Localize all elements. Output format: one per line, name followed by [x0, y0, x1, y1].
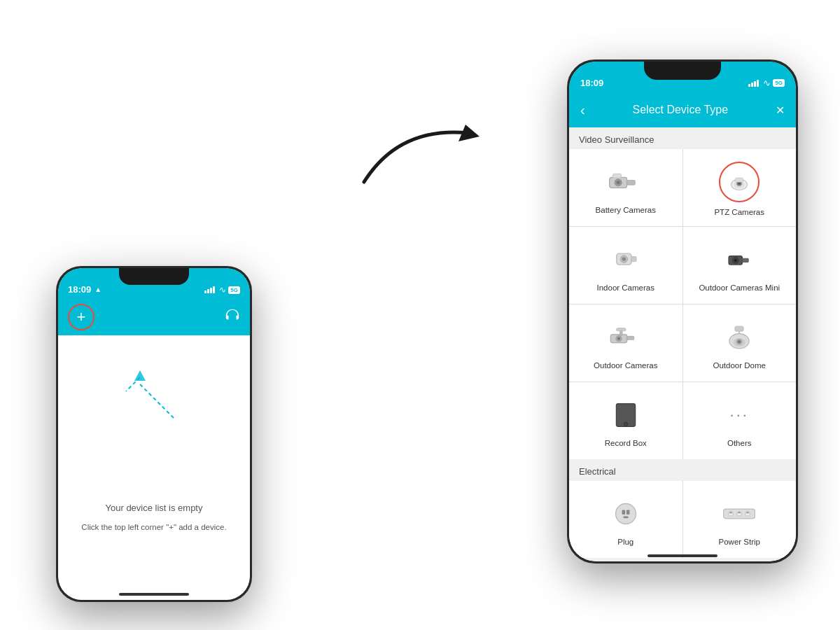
- others-label: Others: [727, 439, 752, 447]
- record-box-icon-wrap: [608, 397, 644, 433]
- record-box-label: Record Box: [605, 439, 647, 447]
- svg-rect-23: [626, 336, 634, 340]
- battery-cameras-label: Battery Cameras: [596, 206, 656, 214]
- ptz-cameras-label: PTZ Cameras: [714, 208, 764, 216]
- svg-rect-6: [612, 174, 621, 178]
- svg-rect-42: [738, 512, 741, 513]
- ptz-camera-icon-wrap: [719, 162, 760, 202]
- svg-rect-5: [626, 181, 635, 186]
- svg-point-18: [734, 259, 737, 262]
- right-5g-badge: 5G: [773, 79, 785, 87]
- dashed-arrow: [119, 363, 189, 429]
- arrow-indicator: [343, 112, 497, 196]
- left-content-area: Your device list is empty Click the top …: [58, 335, 250, 600]
- svg-rect-44: [747, 512, 749, 513]
- power-strip-label: Power Strip: [719, 538, 760, 546]
- right-phone-notch: [644, 62, 721, 80]
- 5g-badge: 5G: [228, 286, 240, 294]
- svg-point-22: [617, 337, 620, 340]
- home-indicator: [119, 593, 189, 596]
- svg-point-31: [738, 340, 741, 343]
- device-grid: Battery Cameras PTZ Came: [569, 149, 796, 459]
- empty-list-text: Your device list is empty: [106, 503, 203, 513]
- record-box-cell[interactable]: Record Box: [569, 382, 682, 459]
- svg-point-4: [616, 181, 620, 184]
- support-icon[interactable]: [225, 308, 240, 327]
- svg-rect-15: [631, 257, 636, 262]
- outdoor-camera-icon-wrap: [608, 319, 644, 356]
- wifi-icon: ∿: [219, 285, 226, 295]
- add-device-button[interactable]: +: [68, 304, 94, 330]
- svg-point-33: [624, 422, 627, 426]
- svg-rect-26: [735, 326, 743, 331]
- phone-left: 18:09 ▲ ∿ 5G +: [56, 266, 252, 602]
- close-button[interactable]: ✕: [776, 104, 785, 117]
- signal-bars: [204, 286, 215, 293]
- phone-right: 18:09 ∿ 5G ‹ Select Device Type ✕ Video …: [567, 59, 798, 564]
- right-content: Video Surveillance Battery: [569, 127, 796, 561]
- svg-rect-37: [623, 517, 628, 519]
- power-strip-cell[interactable]: Power Strip: [683, 481, 797, 558]
- battery-camera-icon-wrap: [608, 164, 644, 200]
- svg-rect-35: [622, 510, 625, 514]
- plug-label: Plug: [617, 538, 634, 546]
- power-strip-icon-wrap: [721, 496, 757, 532]
- ptz-cameras-cell[interactable]: PTZ Cameras: [683, 149, 797, 226]
- battery-cameras-cell[interactable]: Battery Cameras: [569, 149, 682, 226]
- right-phone-screen: 18:09 ∿ 5G ‹ Select Device Type ✕ Video …: [569, 62, 796, 561]
- right-time: 18:09: [580, 78, 603, 88]
- left-time: 18:09 ▲: [68, 284, 102, 295]
- back-button[interactable]: ‹: [580, 102, 585, 118]
- plug-cell[interactable]: Plug: [569, 481, 682, 558]
- others-icon-wrap: ···: [721, 397, 757, 433]
- empty-list-subtext: Click the top left corner "+" add a devi…: [81, 522, 226, 533]
- right-wifi-icon: ∿: [763, 78, 771, 88]
- outdoor-cameras-mini-label: Outdoor Cameras Mini: [699, 284, 780, 292]
- outdoor-dome-label: Outdoor Dome: [713, 361, 766, 370]
- outdoor-cameras-mini-cell[interactable]: Outdoor Cameras Mini: [683, 227, 797, 304]
- outdoor-dome-cell[interactable]: Outdoor Dome: [683, 304, 797, 382]
- svg-rect-40: [730, 512, 732, 513]
- location-icon: ▲: [94, 286, 102, 293]
- right-status-icons: ∿ 5G: [748, 78, 785, 88]
- svg-marker-1: [134, 370, 146, 381]
- right-header-bar: ‹ Select Device Type ✕: [569, 92, 796, 127]
- svg-rect-36: [626, 510, 630, 514]
- outdoor-cameras-cell[interactable]: Outdoor Cameras: [569, 304, 682, 382]
- left-phone-screen: 18:09 ▲ ∿ 5G +: [58, 268, 250, 600]
- svg-rect-19: [743, 258, 749, 262]
- outdoor-cameras-label: Outdoor Cameras: [594, 361, 657, 370]
- section-video-surveillance: Video Surveillance: [569, 127, 796, 149]
- indoor-cameras-label: Indoor Cameras: [597, 284, 654, 292]
- plug-icon-wrap: [608, 496, 644, 532]
- section-electrical: Electrical: [569, 459, 796, 481]
- left-phone-notch: [119, 268, 189, 285]
- svg-rect-11: [736, 178, 743, 182]
- indoor-cameras-cell[interactable]: Indoor Cameras: [569, 227, 682, 304]
- left-header-bar: +: [58, 299, 250, 335]
- svg-point-10: [738, 182, 741, 185]
- right-signal-bars: [748, 80, 759, 87]
- svg-point-14: [622, 257, 625, 260]
- others-cell[interactable]: ··· Others: [683, 382, 797, 459]
- outdoor-dome-icon-wrap: [721, 319, 757, 356]
- outdoor-mini-camera-icon-wrap: [721, 241, 757, 278]
- right-home-indicator: [648, 554, 718, 557]
- indoor-camera-icon-wrap: [608, 241, 644, 278]
- svg-rect-25: [616, 328, 625, 331]
- right-header-title: Select Device Type: [633, 104, 729, 116]
- svg-point-34: [615, 504, 636, 524]
- left-status-icons: ∿ 5G: [204, 285, 240, 295]
- electrical-grid: Plug: [569, 481, 796, 558]
